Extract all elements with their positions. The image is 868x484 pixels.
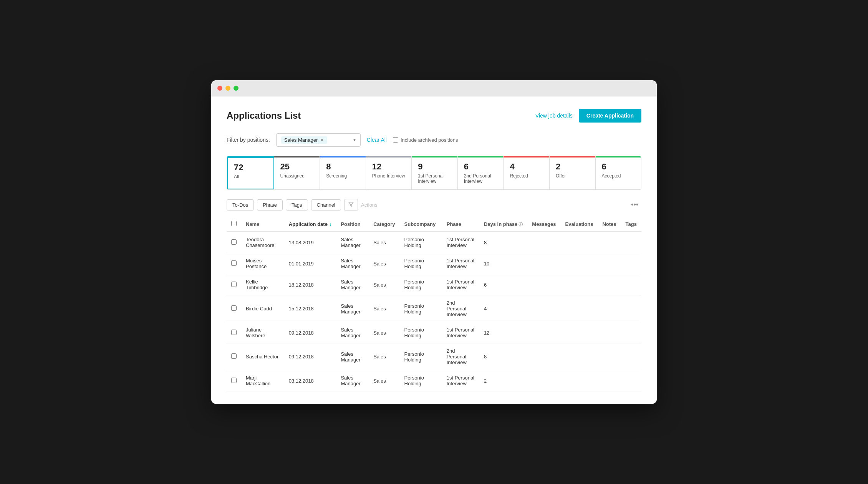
phase-card-2nd-personal-interview[interactable]: 62nd Personal Interview — [458, 156, 504, 189]
table-row[interactable]: Moises Postance01.01.2019Sales ManagerSa… — [227, 253, 641, 274]
phase-card-count: 9 — [418, 162, 451, 172]
select-all-header — [227, 217, 241, 232]
col-header-position: Position — [336, 217, 369, 232]
phase-card-bar — [458, 156, 504, 157]
cell-messages — [527, 295, 560, 322]
select-all-checkbox[interactable] — [231, 221, 237, 226]
phase-card-1st-personal-interview[interactable]: 91st Personal Interview — [412, 156, 458, 189]
phase-card-accepted[interactable]: 6Accepted — [596, 156, 641, 189]
phase-card-bar — [412, 156, 457, 157]
cell-tags — [621, 370, 641, 391]
cell-phase: 2nd Personal Interview — [442, 343, 479, 370]
phase-card-unassigned[interactable]: 25Unassigned — [274, 156, 320, 189]
cell-subcompany: Personio Holding — [400, 232, 442, 253]
create-application-button[interactable]: Create Application — [579, 109, 641, 123]
archived-positions-label[interactable]: Include archived positions — [393, 137, 458, 143]
titlebar — [211, 80, 657, 96]
filter-tag-remove[interactable]: ✕ — [320, 137, 324, 143]
phase-card-bar — [274, 156, 320, 157]
phase-card-count: 72 — [234, 162, 267, 172]
cell-application_date: 09.12.2018 — [284, 343, 336, 370]
cell-name[interactable]: Moises Postance — [241, 253, 284, 274]
row-checkbox[interactable] — [231, 330, 237, 335]
cell-subcompany: Personio Holding — [400, 370, 442, 391]
phase-card-label: 2nd Personal Interview — [464, 173, 497, 184]
row-checkbox[interactable] — [231, 353, 237, 359]
cell-notes — [598, 322, 621, 343]
phase-card-all[interactable]: 72All — [227, 156, 274, 189]
row-checkbox[interactable] — [231, 282, 237, 287]
cell-category: Sales — [369, 370, 399, 391]
phase-card-bar — [550, 156, 595, 157]
phase-card-screening[interactable]: 8Screening — [320, 156, 366, 189]
main-content: Applications List View job details Creat… — [211, 96, 657, 404]
row-checkbox[interactable] — [231, 305, 237, 311]
filter-pill-phase[interactable]: Phase — [257, 199, 283, 211]
table-row[interactable]: Teodora Chasemoore13.08.2019Sales Manage… — [227, 232, 641, 253]
filter-bar-left: To-DosPhaseTagsChannelActions — [227, 199, 378, 211]
phase-card-label: Accepted — [602, 173, 635, 179]
row-checkbox[interactable] — [231, 239, 237, 245]
cell-name[interactable]: Teodora Chasemoore — [241, 232, 284, 253]
phase-card-count: 25 — [280, 162, 314, 172]
cell-tags — [621, 322, 641, 343]
maximize-button[interactable] — [234, 86, 239, 91]
cell-name[interactable]: Juliane Wilshere — [241, 322, 284, 343]
row-checkbox[interactable] — [231, 260, 237, 266]
archived-positions-checkbox[interactable] — [393, 137, 398, 143]
cell-name[interactable]: Kellie Timbridge — [241, 274, 284, 295]
cell-category: Sales — [369, 295, 399, 322]
cell-messages — [527, 370, 560, 391]
cell-days_in_phase: 10 — [479, 253, 527, 274]
phase-card-label: All — [234, 174, 267, 179]
phase-card-label: Rejected — [510, 173, 543, 179]
view-job-link[interactable]: View job details — [535, 113, 573, 119]
table-row[interactable]: Juliane Wilshere09.12.2018Sales ManagerS… — [227, 322, 641, 343]
col-header-application_date[interactable]: Application date↓ — [284, 217, 336, 232]
close-button[interactable] — [217, 86, 222, 91]
clear-all-link[interactable]: Clear All — [367, 137, 387, 143]
cell-category: Sales — [369, 274, 399, 295]
cell-position: Sales Manager — [336, 370, 369, 391]
minimize-button[interactable] — [225, 86, 230, 91]
filter-pill-tags[interactable]: Tags — [286, 199, 308, 211]
table-row[interactable]: Sascha Hector09.12.2018Sales ManagerSale… — [227, 343, 641, 370]
more-options-button[interactable]: ••• — [628, 200, 641, 210]
phase-card-phone-interview[interactable]: 12Phone Interview — [366, 156, 412, 189]
phase-card-label: Offer — [556, 173, 589, 179]
cell-evaluations — [560, 343, 598, 370]
cell-notes — [598, 253, 621, 274]
cell-subcompany: Personio Holding — [400, 253, 442, 274]
filter-bar: To-DosPhaseTagsChannelActions ••• — [227, 199, 641, 211]
filter-pill-channel[interactable]: Channel — [311, 199, 341, 211]
cell-name[interactable]: Marji MacCallion — [241, 370, 284, 391]
cell-phase: 1st Personal Interview — [442, 253, 479, 274]
position-filter-select[interactable]: Sales Manager ✕ ▾ — [276, 133, 361, 147]
page-title: Applications List — [227, 110, 301, 121]
cell-name[interactable]: Sascha Hector — [241, 343, 284, 370]
phase-card-label: Screening — [326, 173, 359, 179]
filter-funnel-button[interactable] — [344, 199, 358, 211]
cell-messages — [527, 343, 560, 370]
table-row[interactable]: Marji MacCallion03.12.2018Sales ManagerS… — [227, 370, 641, 391]
table-row[interactable]: Birdie Cadd15.12.2018Sales ManagerSalesP… — [227, 295, 641, 322]
filter-pill-to-dos[interactable]: To-Dos — [227, 199, 254, 211]
cell-position: Sales Manager — [336, 253, 369, 274]
cell-notes — [598, 274, 621, 295]
cell-phase: 1st Personal Interview — [442, 232, 479, 253]
phase-card-offer[interactable]: 2Offer — [550, 156, 596, 189]
phase-card-count: 8 — [326, 162, 359, 172]
table-row[interactable]: Kellie Timbridge18.12.2018Sales ManagerS… — [227, 274, 641, 295]
svg-marker-0 — [349, 202, 353, 207]
row-checkbox[interactable] — [231, 378, 237, 383]
app-window: Applications List View job details Creat… — [211, 80, 657, 404]
cell-category: Sales — [369, 232, 399, 253]
filter-tag: Sales Manager ✕ — [281, 136, 327, 144]
phase-card-count: 6 — [464, 162, 497, 172]
phase-card-count: 4 — [510, 162, 543, 172]
phase-card-rejected[interactable]: 4Rejected — [504, 156, 550, 189]
cell-name[interactable]: Birdie Cadd — [241, 295, 284, 322]
cell-phase: 1st Personal Interview — [442, 370, 479, 391]
cell-tags — [621, 274, 641, 295]
cell-notes — [598, 343, 621, 370]
